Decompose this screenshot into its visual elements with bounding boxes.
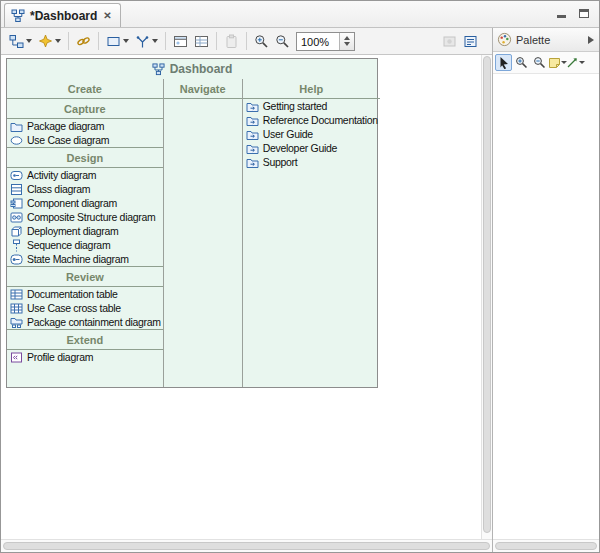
help-folder-icon [246, 128, 259, 141]
close-icon[interactable]: ✕ [102, 10, 112, 21]
help-item-reference-documentation[interactable]: Reference Documentation [243, 113, 380, 127]
connection-tool-button[interactable] [133, 32, 160, 51]
item-use-case-cross-table[interactable]: Use Case cross table [7, 301, 163, 315]
zoom-in-button[interactable] [252, 32, 271, 51]
item-profile-diagram[interactable]: Profile diagram [7, 350, 163, 364]
select-arrow-icon [497, 56, 510, 69]
link-tool[interactable] [567, 54, 584, 71]
zoom-out-button[interactable] [273, 32, 292, 51]
help-folder-icon [246, 100, 259, 113]
help-item-support[interactable]: Support [243, 155, 380, 169]
class-diagram-icon [10, 183, 23, 196]
zoom-level-combo[interactable]: 100% [296, 32, 355, 51]
new-diagram-button[interactable] [7, 32, 34, 51]
note-tool[interactable] [549, 54, 566, 71]
item-state-machine-diagram[interactable]: State Machine diagram [7, 252, 163, 266]
new-element-button[interactable] [36, 32, 63, 51]
toolbar-separator [216, 32, 217, 50]
dashboard-title-bar: Dashboard [7, 59, 377, 79]
item-deployment-diagram[interactable]: Deployment diagram [7, 224, 163, 238]
zoom-out-tool[interactable] [531, 54, 548, 71]
item-documentation-table[interactable]: Documentation table [7, 287, 163, 301]
minimize-button[interactable] [554, 6, 568, 20]
review-header: Review [7, 267, 163, 287]
table-view-button[interactable] [192, 32, 211, 51]
snapshot-button [440, 32, 459, 51]
properties-view-icon [463, 34, 478, 49]
use-case-diagram-icon [10, 134, 23, 147]
navigate-column: Navigate [163, 79, 243, 387]
editor-area: 100% [1, 28, 492, 552]
item-label: Use Case cross table [27, 302, 121, 314]
toolbar-separator [165, 32, 166, 50]
item-label: Developer Guide [263, 142, 337, 154]
item-component-diagram[interactable]: Component diagram [7, 196, 163, 210]
item-label: Profile diagram [27, 351, 93, 363]
item-label: Composite Structure diagram [27, 211, 155, 223]
create-column: Create Capture Package diagram [7, 79, 163, 387]
vertical-scrollbar-thumb[interactable] [483, 56, 491, 533]
item-package-containment-diagram[interactable]: Package containment diagram [7, 315, 163, 329]
item-sequence-diagram[interactable]: Sequence diagram [7, 238, 163, 252]
item-activity-diagram[interactable]: Activity diagram [7, 168, 163, 182]
item-use-case-diagram[interactable]: Use Case diagram [7, 133, 163, 147]
palette-toolbar [493, 52, 599, 74]
zoom-in-tool[interactable] [513, 54, 530, 71]
package-containment-diagram-icon [10, 316, 23, 329]
link-arrow-icon [566, 56, 579, 69]
new-element-icon [38, 34, 53, 49]
horizontal-scrollbar[interactable] [1, 539, 492, 552]
design-header: Design [7, 148, 163, 168]
capture-section: Capture Package diagram Use Case diagram [7, 99, 163, 147]
profile-diagram-icon [10, 351, 23, 364]
review-section: Review Documentation table Use Case cros… [7, 266, 163, 329]
link-button[interactable] [74, 32, 93, 51]
diagram-canvas[interactable]: Dashboard Create Capture Packa [1, 55, 481, 539]
palette-body[interactable] [493, 74, 599, 539]
help-folder-icon [246, 142, 259, 155]
horizontal-scrollbar-thumb[interactable] [3, 542, 490, 550]
zoom-spinner[interactable] [339, 33, 354, 50]
item-label: State Machine diagram [27, 253, 129, 265]
minimize-icon [557, 15, 566, 18]
palette-panel: Palette [492, 28, 599, 552]
shape-tool-button[interactable] [104, 32, 131, 51]
application-window: *Dashboard ✕ [0, 0, 600, 553]
item-label: Package diagram [27, 120, 104, 132]
palette-horizontal-scrollbar[interactable] [493, 539, 599, 552]
properties-view-button[interactable] [461, 32, 480, 51]
zoom-level-value: 100% [297, 33, 339, 50]
paste-button [222, 32, 241, 51]
design-section: Design Activity diagram Class diagram [7, 147, 163, 266]
selection-tool[interactable] [495, 54, 512, 71]
item-class-diagram[interactable]: Class diagram [7, 182, 163, 196]
item-composite-structure-diagram[interactable]: Composite Structure diagram [7, 210, 163, 224]
link-chain-icon [76, 34, 91, 49]
state-machine-diagram-icon [10, 253, 23, 266]
palette-scrollbar-thumb[interactable] [495, 542, 597, 550]
help-item-user-guide[interactable]: User Guide [243, 127, 380, 141]
dropdown-arrow-icon [55, 39, 61, 43]
item-label: User Guide [263, 128, 313, 140]
view-window-controls [554, 6, 591, 20]
toolbar-right-group [439, 32, 481, 51]
tab-dashboard[interactable]: *Dashboard ✕ [4, 3, 121, 27]
item-package-diagram[interactable]: Package diagram [7, 119, 163, 133]
palette-collapse-arrow-icon[interactable] [588, 36, 594, 44]
maximize-button[interactable] [577, 6, 591, 20]
spinner-up-icon [344, 36, 350, 40]
spinner-down-icon [344, 42, 350, 46]
vertical-scrollbar[interactable] [481, 55, 492, 539]
dropdown-arrow-icon [152, 39, 158, 43]
help-item-getting-started[interactable]: Getting started [243, 99, 380, 113]
dashboard-panel: Dashboard Create Capture Packa [6, 58, 378, 388]
item-label: Use Case diagram [27, 134, 109, 146]
maximize-icon [579, 9, 589, 18]
palette-header: Palette [493, 28, 599, 52]
help-folder-icon [246, 114, 259, 127]
help-item-developer-guide[interactable]: Developer Guide [243, 141, 380, 155]
diagram-view-button[interactable] [171, 32, 190, 51]
editor-tab-bar: *Dashboard ✕ [1, 1, 599, 28]
shape-icon [106, 34, 121, 49]
content-area: 100% [1, 28, 599, 552]
